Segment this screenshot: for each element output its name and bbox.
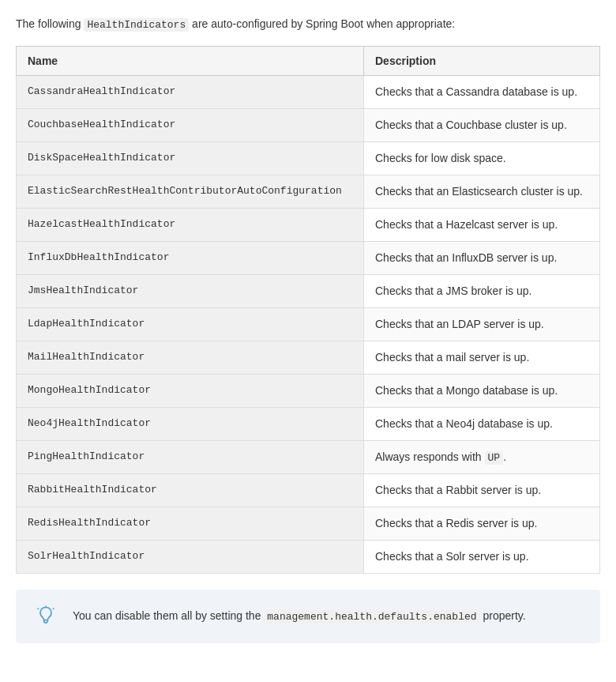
cell-description: Always responds with UP. [364,440,600,474]
cell-description: Checks that a Couchbase cluster is up. [364,108,600,141]
cell-name: RabbitHealthIndicator [17,474,364,507]
table-row: SolrHealthIndicatorChecks that a Solr se… [17,541,600,574]
table-row: DiskSpaceHealthIndicatorChecks for low d… [17,141,600,175]
table-row: MongoHealthIndicatorChecks that a Mongo … [17,374,600,407]
tip-text-before: You can disable them all by setting the [73,609,264,622]
intro-text-after: are auto-configured by Spring Boot when … [189,17,455,30]
cell-description: Checks that an Elasticsearch cluster is … [364,175,600,208]
cell-description: Checks that a Rabbit server is up. [364,474,600,507]
table-row: RabbitHealthIndicatorChecks that a Rabbi… [17,474,600,507]
cell-name: HazelcastHealthIndicator [17,208,364,241]
desc-text-before: Always responds with [375,450,485,463]
cell-description: Checks that a Cassandra database is up. [364,75,600,108]
intro-code: HealthIndicators [84,18,189,32]
tip-code: management.health.defaults.enabled [264,610,479,624]
intro-text-before: The following [16,17,84,30]
tip-icon [32,602,60,631]
table-row: RedisHealthIndicatorChecks that a Redis … [17,507,600,541]
table-row: CassandraHealthIndicatorChecks that a Ca… [17,75,600,108]
table-row: Neo4jHealthIndicatorChecks that a Neo4j … [17,407,600,440]
cell-description: Checks that a Mongo database is up. [364,374,600,407]
cell-description: Checks that a Redis server is up. [364,507,600,541]
cell-name: Neo4jHealthIndicator [17,407,364,440]
cell-description: Checks that a Neo4j database is up. [364,407,600,440]
table-row: MailHealthIndicatorChecks that a mail se… [17,341,600,374]
cell-description: Checks that an LDAP server is up. [364,307,600,341]
cell-name: LdapHealthIndicator [17,307,364,341]
intro-paragraph: The following HealthIndicators are auto-… [16,16,600,33]
cell-description: Checks that a mail server is up. [364,341,600,374]
health-indicators-table: Name Description CassandraHealthIndicato… [16,46,600,575]
cell-name: CassandraHealthIndicator [17,75,364,108]
cell-name: ElasticSearchRestHealthContributorAutoCo… [17,175,364,208]
tip-text: You can disable them all by setting the … [73,608,526,625]
svg-line-2 [53,609,54,609]
cell-name: MongoHealthIndicator [17,374,364,407]
table-row: ElasticSearchRestHealthContributorAutoCo… [17,175,600,208]
cell-description: Checks that a JMS broker is up. [364,274,600,307]
cell-name: MailHealthIndicator [17,341,364,374]
cell-description: Checks that a Solr server is up. [364,541,600,574]
desc-code: UP [485,451,504,465]
cell-name: PingHealthIndicator [17,440,364,474]
cell-name: CouchbaseHealthIndicator [17,108,364,141]
cell-description: Checks that an InfluxDB server is up. [364,241,600,274]
svg-line-1 [38,609,39,609]
cell-name: DiskSpaceHealthIndicator [17,141,364,175]
column-header-description: Description [364,46,600,75]
table-row: PingHealthIndicatorAlways responds with … [17,440,600,474]
lightbulb-icon [35,605,57,627]
table-row: LdapHealthIndicatorChecks that an LDAP s… [17,307,600,341]
cell-name: InfluxDbHealthIndicator [17,241,364,274]
table-row: InfluxDbHealthIndicatorChecks that an In… [17,241,600,274]
table-row: CouchbaseHealthIndicatorChecks that a Co… [17,108,600,141]
tip-text-after: property. [480,609,526,622]
column-header-name: Name [17,46,364,75]
desc-text-after: . [503,450,506,463]
tip-box: You can disable them all by setting the … [16,590,600,643]
table-header-row: Name Description [17,46,600,75]
cell-name: SolrHealthIndicator [17,541,364,574]
cell-description: Checks for low disk space. [364,141,600,175]
cell-name: RedisHealthIndicator [17,507,364,541]
table-row: HazelcastHealthIndicatorChecks that a Ha… [17,208,600,241]
cell-description: Checks that a Hazelcast server is up. [364,208,600,241]
table-row: JmsHealthIndicatorChecks that a JMS brok… [17,274,600,307]
cell-name: JmsHealthIndicator [17,274,364,307]
